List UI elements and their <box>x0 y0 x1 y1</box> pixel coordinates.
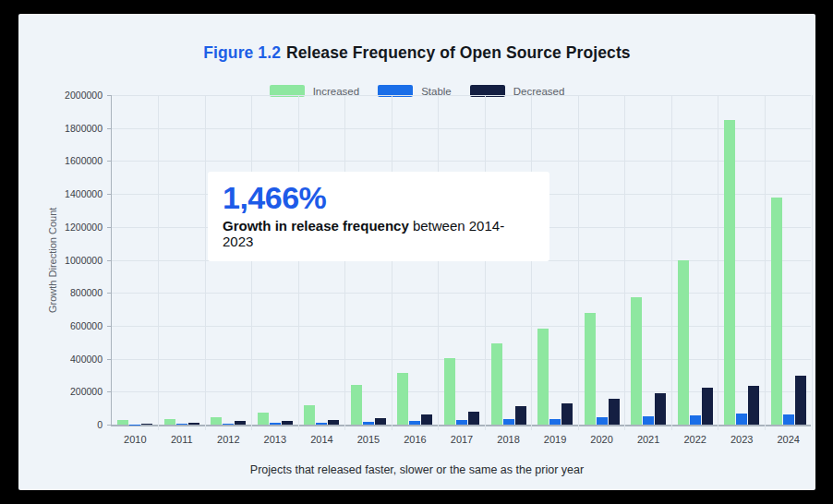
figure-title: Figure 1.2Release Frequency of Open Sour… <box>18 43 815 63</box>
bar-increased-2012 <box>211 417 222 425</box>
bar-increased-2021 <box>631 297 642 425</box>
x-tick-label-2022: 2022 <box>683 434 706 445</box>
x-axis-line <box>111 425 811 426</box>
bar-increased-2011 <box>164 419 175 425</box>
figure-title-text: Release Frequency of Open Source Project… <box>286 43 631 62</box>
bar-decreased-2024 <box>795 376 806 425</box>
y-tick-mark <box>107 194 112 195</box>
y-tick-mark <box>107 391 112 392</box>
x-tick-label-2015: 2015 <box>357 434 380 445</box>
bar-stable-2019 <box>549 419 561 425</box>
bar-decreased-2020 <box>609 399 620 425</box>
x-tick-label-2023: 2023 <box>730 434 753 445</box>
gridline-x <box>485 95 486 430</box>
bar-decreased-2023 <box>748 386 759 425</box>
bar-stable-2015 <box>363 422 374 425</box>
bar-increased-2018 <box>491 343 502 425</box>
bar-decreased-2011 <box>188 423 199 425</box>
bar-stable-2016 <box>409 421 420 425</box>
chart-caption: Projects that released faster, slower or… <box>18 463 815 476</box>
bar-stable-2014 <box>316 423 327 425</box>
screenshot-frame: { "header": { "figure_label": "Figure 1.… <box>0 0 833 504</box>
bar-stable-2020 <box>597 417 608 425</box>
y-tick-label: 2000000 <box>65 90 103 101</box>
gridline-x <box>392 95 392 430</box>
x-tick-label-2016: 2016 <box>404 434 426 445</box>
gridline-x <box>251 95 252 430</box>
bar-increased-2015 <box>351 385 362 425</box>
bar-decreased-2013 <box>282 421 293 425</box>
x-tick-label-2024: 2024 <box>777 434 799 445</box>
bar-increased-2019 <box>537 329 549 425</box>
y-tick-label: 1800000 <box>65 123 103 134</box>
bar-decreased-2017 <box>468 412 479 425</box>
y-tick-label: 400000 <box>70 354 103 365</box>
bar-increased-2024 <box>771 198 782 425</box>
bar-stable-2013 <box>270 423 281 425</box>
y-tick-label: 1600000 <box>65 155 103 166</box>
gridline-x <box>578 95 579 430</box>
y-tick-mark <box>107 95 112 96</box>
bar-decreased-2014 <box>328 420 339 425</box>
figure-card: Figure 1.2Release Frequency of Open Sour… <box>18 14 815 490</box>
bar-stable-2022 <box>690 415 701 425</box>
x-tick-label-2013: 2013 <box>264 434 286 445</box>
bar-stable-2024 <box>783 414 794 425</box>
bar-stable-2021 <box>643 416 654 425</box>
stat-description-bold: Growth in release frequency <box>223 218 409 234</box>
gridline-x <box>624 95 625 430</box>
x-tick-label-2010: 2010 <box>124 434 146 445</box>
y-tick-mark <box>107 326 112 327</box>
gridline-x <box>298 95 299 430</box>
gridline-y-400000 <box>112 359 811 360</box>
y-tick-label: 1000000 <box>65 255 103 266</box>
gridline-y-600000 <box>112 326 811 327</box>
bar-increased-2014 <box>304 405 315 425</box>
gridline-y-800000 <box>112 293 811 294</box>
y-tick-mark <box>107 425 112 426</box>
y-tick-label: 200000 <box>70 386 103 397</box>
stat-description: Growth in release frequency between 2014… <box>223 218 535 249</box>
x-tick-label-2021: 2021 <box>637 434 659 445</box>
y-tick-label: 1400000 <box>65 188 103 199</box>
bar-stable-2011 <box>176 424 187 425</box>
bar-increased-2023 <box>724 120 735 425</box>
gridline-x <box>438 95 439 430</box>
x-tick-label-2014: 2014 <box>310 434 332 445</box>
x-tick-label-2017: 2017 <box>451 434 473 445</box>
bar-decreased-2012 <box>235 421 246 425</box>
bar-increased-2016 <box>397 373 408 425</box>
gridline-y-1800000 <box>112 128 811 129</box>
x-tick-label-2011: 2011 <box>171 434 193 445</box>
y-tick-mark <box>107 260 112 261</box>
gridline-x <box>531 95 532 430</box>
bar-increased-2010 <box>117 420 128 425</box>
y-axis-title: Growth Direction Count <box>46 95 59 425</box>
bar-increased-2022 <box>678 260 689 426</box>
y-tick-mark <box>107 128 112 129</box>
figure-number: Figure 1.2 <box>203 43 281 62</box>
gridline-x <box>158 95 159 430</box>
x-tick-label-2019: 2019 <box>544 434 566 445</box>
x-tick-label-2018: 2018 <box>497 434 519 445</box>
bar-stable-2017 <box>456 420 467 425</box>
bar-increased-2020 <box>585 313 596 425</box>
bar-decreased-2018 <box>515 406 526 425</box>
gridline-y-1600000 <box>112 161 811 162</box>
bar-decreased-2016 <box>421 414 432 425</box>
stat-value: 1,466% <box>223 180 535 216</box>
bar-decreased-2022 <box>702 388 713 425</box>
bar-decreased-2021 <box>655 393 666 425</box>
y-tick-mark <box>107 359 112 360</box>
gridline-x <box>718 95 718 430</box>
bar-decreased-2019 <box>561 403 573 425</box>
bar-increased-2017 <box>444 358 455 425</box>
y-tick-label: 800000 <box>70 287 103 298</box>
y-tick-label: 0 <box>97 419 103 430</box>
gridline-x <box>812 95 813 430</box>
stat-callout: 1,466% Growth in release frequency betwe… <box>208 172 549 261</box>
gridline-x <box>671 95 672 430</box>
bar-stable-2018 <box>503 419 514 425</box>
bar-decreased-2015 <box>375 418 386 425</box>
bar-decreased-2010 <box>141 424 152 425</box>
